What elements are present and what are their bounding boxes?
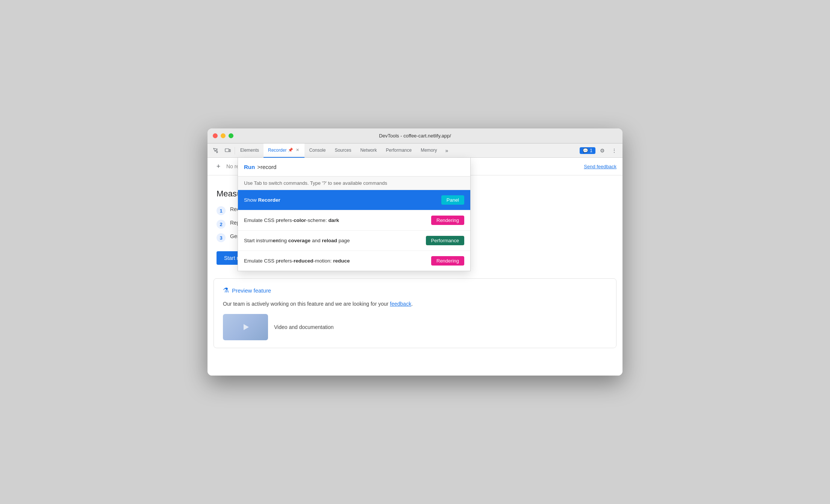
command-item-emulate-motion[interactable]: Emulate CSS prefers-reduced-motion: redu… — [238, 251, 470, 271]
tab-memory[interactable]: Memory — [416, 143, 441, 158]
toolbar-divider — [235, 147, 235, 154]
devtools-window: DevTools - coffee-cart.netlify.app/ — [208, 128, 622, 376]
step-3-number: 3 — [217, 233, 226, 242]
tab-performance[interactable]: Performance — [381, 143, 416, 158]
command-item-show-recorder-text: Show Recorder — [244, 197, 441, 203]
feedback-link[interactable]: feedback — [390, 301, 411, 307]
video-title: Video and documentation — [274, 324, 334, 330]
command-badge-rendering-2: Rendering — [431, 256, 464, 266]
tab-bar: Elements Recorder 📌 ✕ Console Sources Ne… — [208, 143, 622, 158]
add-recording-button[interactable]: + — [214, 161, 223, 171]
tab-recorder[interactable]: Recorder 📌 ✕ — [264, 143, 304, 158]
recorder-tab-close[interactable]: ✕ — [295, 148, 300, 153]
recorder-pin-icon: 📌 — [288, 148, 293, 152]
preview-section: ⚗ Preview feature Our team is actively w… — [214, 278, 616, 348]
tab-elements[interactable]: Elements — [236, 143, 264, 158]
feedback-badge[interactable]: 💬 1 — [580, 147, 595, 154]
run-label: Run — [244, 164, 255, 170]
tab-console[interactable]: Console — [304, 143, 330, 158]
video-thumbnail — [223, 314, 268, 340]
traffic-lights — [213, 133, 233, 138]
svg-marker-2 — [244, 324, 249, 330]
command-list: Show Recorder Panel Emulate CSS prefers-… — [238, 190, 470, 271]
command-item-emulate-motion-text: Emulate CSS prefers-reduced-motion: redu… — [244, 258, 431, 264]
devtools-panel: Elements Recorder 📌 ✕ Console Sources Ne… — [208, 143, 622, 376]
step-2-number: 2 — [217, 220, 226, 229]
preview-title: ⚗ Preview feature — [223, 286, 607, 294]
feedback-icon: 💬 — [583, 148, 588, 153]
command-item-show-recorder[interactable]: Show Recorder Panel — [238, 190, 470, 210]
preview-description: Our team is actively working on this fea… — [223, 300, 607, 308]
command-palette: Run >record Use Tab to switch commands. … — [238, 158, 471, 271]
command-badge-rendering-1: Rendering — [431, 216, 464, 225]
tab-network[interactable]: Network — [356, 143, 381, 158]
minimize-button[interactable] — [221, 133, 226, 138]
titlebar: DevTools - coffee-cart.netlify.app/ — [208, 128, 622, 143]
tab-sources[interactable]: Sources — [330, 143, 356, 158]
devtools-content: + No recordings Send feedback Measure pe… — [208, 158, 622, 376]
inspect-element-button[interactable] — [211, 145, 221, 156]
more-options-button[interactable]: ⋮ — [609, 145, 619, 156]
command-item-coverage[interactable]: Start instrumenting coverage and reload … — [238, 231, 470, 251]
command-item-coverage-text: Start instrumenting coverage and reload … — [244, 238, 426, 243]
device-toolbar-button[interactable] — [223, 145, 233, 156]
window-title: DevTools - coffee-cart.netlify.app/ — [379, 133, 451, 139]
command-item-emulate-dark[interactable]: Emulate CSS prefers-color-scheme: dark R… — [238, 210, 470, 231]
command-hint: Use Tab to switch commands. Type '?' to … — [238, 177, 470, 190]
tab-bar-right-controls: 💬 1 ⚙ ⋮ — [580, 145, 619, 156]
tabs-container: Elements Recorder 📌 ✕ Console Sources Ne… — [236, 143, 579, 158]
command-badge-performance: Performance — [426, 236, 464, 245]
command-input-area[interactable]: Run >record — [238, 158, 470, 177]
close-button[interactable] — [213, 133, 218, 138]
svg-rect-0 — [225, 149, 229, 152]
send-feedback-link[interactable]: Send feedback — [584, 164, 616, 169]
step-1-number: 1 — [217, 206, 226, 215]
svg-rect-1 — [229, 149, 230, 152]
command-badge-panel: Panel — [441, 195, 464, 205]
flask-icon: ⚗ — [223, 286, 229, 294]
video-section: Video and documentation — [223, 314, 607, 340]
settings-button[interactable]: ⚙ — [597, 145, 607, 156]
more-tabs-button[interactable]: » — [442, 145, 452, 156]
command-item-emulate-dark-text: Emulate CSS prefers-color-scheme: dark — [244, 217, 431, 223]
tab-bar-left-controls — [211, 145, 235, 156]
command-input-text[interactable]: >record — [257, 164, 276, 170]
maximize-button[interactable] — [229, 133, 233, 138]
